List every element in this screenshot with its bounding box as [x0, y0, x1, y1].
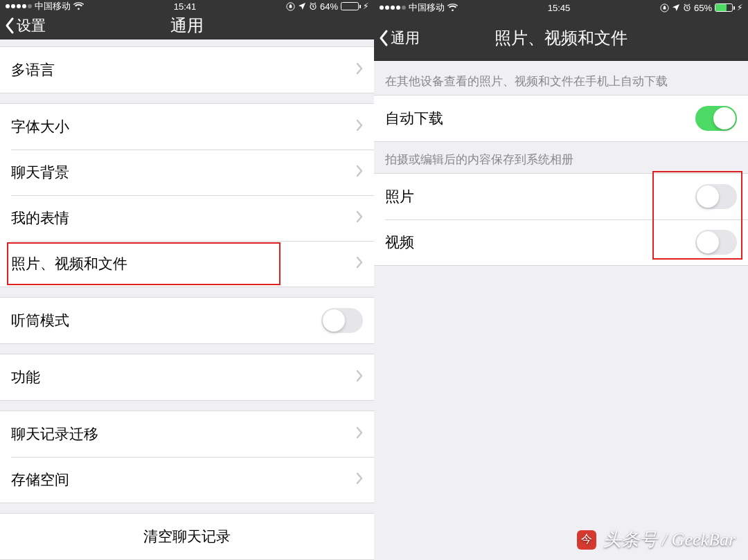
chevron-right-icon — [356, 256, 363, 271]
location-icon — [298, 2, 306, 10]
row-label: 字体大小 — [11, 117, 69, 136]
battery-percent: 64% — [320, 1, 338, 12]
location-icon — [672, 3, 680, 12]
row-save-photo: 照片 — [374, 174, 748, 219]
row-clear-chat-history[interactable]: 清空聊天记录 — [0, 514, 374, 559]
signal-dots-icon — [6, 4, 32, 8]
switch-save-photo[interactable] — [695, 184, 737, 209]
orientation-lock-icon — [660, 3, 669, 12]
switch-auto-download[interactable] — [695, 106, 737, 131]
carrier-label: 中国移动 — [35, 0, 71, 12]
section: 功能 — [0, 354, 374, 401]
row-label: 功能 — [11, 368, 40, 387]
wifi-icon — [447, 3, 458, 12]
wifi-icon — [73, 2, 84, 10]
row-label: 照片 — [385, 187, 414, 206]
charging-icon: ⚡︎ — [363, 1, 368, 11]
row-label: 多语言 — [11, 60, 55, 80]
battery-percent: 65% — [694, 3, 712, 13]
chevron-right-icon — [356, 472, 363, 487]
section: 听筒模式 — [0, 297, 374, 344]
status-bar: 中国移动 15:45 65% ⚡︎ — [374, 0, 748, 15]
row-label: 清空聊天记录 — [143, 527, 231, 546]
section: 多语言 — [0, 46, 374, 93]
page-title: 照片、视频和文件 — [495, 27, 627, 49]
alarm-icon — [309, 2, 317, 10]
row-chat-background[interactable]: 聊天背景 — [0, 150, 374, 195]
row-label: 存储空间 — [11, 470, 69, 489]
alarm-icon — [683, 3, 691, 12]
watermark-text: 头条号 / GeekBar — [603, 527, 736, 552]
row-features[interactable]: 功能 — [0, 354, 374, 400]
page-title: 通用 — [170, 15, 204, 37]
chevron-right-icon — [356, 426, 363, 442]
row-earpiece-mode: 听筒模式 — [0, 298, 374, 343]
chevron-right-icon — [356, 370, 363, 385]
section: 照片 视频 — [374, 173, 748, 266]
row-label: 视频 — [385, 233, 414, 252]
status-right: 64% ⚡︎ — [286, 1, 368, 12]
row-label: 自动下载 — [385, 109, 443, 128]
battery-icon — [715, 3, 733, 12]
nav-bar: 通用 照片、视频和文件 — [374, 15, 748, 61]
watermark: 今 头条号 / GeekBar — [577, 527, 736, 552]
row-chat-migration[interactable]: 聊天记录迁移 — [0, 411, 374, 457]
section: 自动下载 — [374, 95, 748, 142]
status-bar: 中国移动 15:41 64% ⚡︎ — [0, 0, 374, 12]
status-time: 15:41 — [174, 1, 197, 12]
section: 字体大小 聊天背景 我的表情 照片、视频和文件 — [0, 103, 374, 287]
row-label: 聊天记录迁移 — [11, 424, 98, 444]
phone-left: 中国移动 15:41 64% ⚡︎ 设置 — [0, 0, 374, 560]
signal-dots-icon — [380, 6, 406, 10]
back-label: 通用 — [391, 28, 420, 48]
carrier-label: 中国移动 — [409, 1, 445, 14]
back-button[interactable]: 通用 — [378, 15, 420, 60]
chevron-left-icon — [4, 16, 15, 35]
chevron-left-icon — [378, 28, 389, 48]
switch-earpiece-mode[interactable] — [321, 308, 363, 333]
status-left: 中国移动 — [380, 1, 458, 14]
row-label: 听筒模式 — [11, 311, 69, 330]
row-label: 照片、视频和文件 — [11, 254, 127, 273]
orientation-lock-icon — [286, 2, 295, 11]
row-font-size[interactable]: 字体大小 — [0, 104, 374, 150]
row-save-video: 视频 — [374, 219, 748, 265]
charging-icon: ⚡︎ — [737, 3, 742, 12]
chevron-right-icon — [356, 119, 363, 134]
row-multilanguage[interactable]: 多语言 — [0, 47, 374, 93]
chevron-right-icon — [356, 62, 363, 78]
section-header: 拍摄或编辑后的内容保存到系统相册 — [374, 142, 748, 173]
watermark-logo-icon: 今 — [577, 530, 596, 550]
chevron-right-icon — [356, 210, 363, 226]
row-label: 聊天背景 — [11, 163, 69, 182]
row-my-stickers[interactable]: 我的表情 — [0, 195, 374, 241]
switch-save-video[interactable] — [695, 230, 737, 255]
back-button[interactable]: 设置 — [4, 12, 46, 39]
status-right: 65% ⚡︎ — [660, 3, 742, 13]
section: 清空聊天记录 — [0, 513, 374, 560]
back-label: 设置 — [17, 16, 46, 35]
chevron-right-icon — [356, 165, 363, 180]
status-time: 15:45 — [548, 3, 571, 13]
nav-bar: 设置 通用 — [0, 12, 374, 39]
row-label: 我的表情 — [11, 208, 69, 228]
phone-right: 中国移动 15:45 65% ⚡︎ 通用 — [374, 0, 748, 560]
battery-icon — [341, 2, 359, 10]
row-auto-download: 自动下载 — [374, 96, 748, 141]
section: 聊天记录迁移 存储空间 — [0, 410, 374, 503]
status-left: 中国移动 — [6, 0, 84, 12]
row-photos-videos-files[interactable]: 照片、视频和文件 — [0, 241, 374, 287]
section-header: 在其他设备查看的照片、视频和文件在手机上自动下载 — [374, 64, 748, 95]
row-storage[interactable]: 存储空间 — [0, 457, 374, 503]
